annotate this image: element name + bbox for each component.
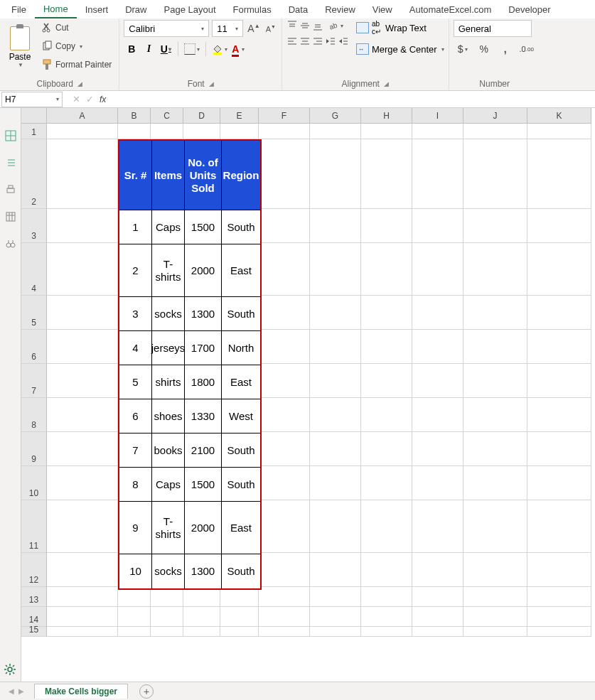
cell[interactable] [361,330,412,364]
cell[interactable] [47,466,118,500]
format-painter-button[interactable]: Format Painter [38,57,114,72]
table-header-cell[interactable]: Items [152,141,185,210]
cell[interactable] [463,432,527,466]
merge-center-button[interactable]: ↔Merge & Center▾ [356,41,444,57]
cell[interactable] [151,124,183,139]
cell[interactable] [47,330,118,364]
cell[interactable] [361,607,412,627]
table-cell[interactable]: South [222,434,260,468]
cell[interactable] [463,553,527,587]
cell[interactable] [412,364,463,398]
fill-color-button[interactable]: ▾ [210,41,229,57]
name-box[interactable]: H7▾ [1,92,63,107]
cell[interactable] [151,607,183,627]
cell[interactable] [463,364,527,398]
row-header[interactable]: 13 [21,587,47,607]
cell[interactable] [259,432,310,466]
row-header[interactable]: 9 [21,432,47,466]
cell[interactable] [361,124,412,139]
row-header[interactable]: 2 [21,139,47,209]
cell[interactable] [463,124,527,139]
cell[interactable] [151,587,183,607]
cell[interactable] [412,243,463,296]
cell[interactable] [361,466,412,500]
ribbon-tab-insert[interactable]: Insert [77,1,117,18]
cell[interactable] [47,364,118,398]
table-cell[interactable]: 8 [119,468,152,502]
cell[interactable] [47,553,118,587]
table-cell[interactable]: T-shirts [152,244,185,297]
cell[interactable] [47,139,118,209]
cell[interactable] [183,607,220,627]
table-cell[interactable]: 1500 [185,210,222,244]
table-cell[interactable]: West [222,399,260,434]
ribbon-tab-formulas[interactable]: Formulas [225,1,280,18]
table-cell[interactable]: East [222,502,260,554]
dialog-launcher-icon[interactable]: ◢ [209,80,214,87]
table-cell[interactable]: jerseys [152,331,185,365]
column-header[interactable]: F [259,108,310,124]
table-cell[interactable]: 6 [119,399,152,434]
cell[interactable] [220,607,259,627]
table-cell[interactable]: South [222,210,260,244]
row-header[interactable]: 12 [21,553,47,587]
table-cell[interactable]: books [152,434,185,468]
cell[interactable] [310,243,361,296]
cell[interactable] [259,139,310,209]
font-color-button[interactable]: A▾ [230,41,246,57]
cell[interactable] [412,296,463,330]
table-cell[interactable]: 3 [119,297,152,331]
cell[interactable] [47,587,118,607]
cell[interactable] [463,209,527,243]
cell[interactable] [47,398,118,432]
cell[interactable] [463,398,527,432]
table-cell[interactable]: 1700 [185,331,222,365]
cell[interactable] [47,243,118,296]
align-top-button[interactable] [286,20,298,31]
cell[interactable] [220,627,259,637]
cell[interactable] [463,627,527,637]
cell[interactable] [463,296,527,330]
add-sheet-button[interactable]: + [139,684,154,699]
cell[interactable] [463,466,527,500]
cell[interactable] [527,296,591,330]
cell[interactable] [259,627,310,637]
font-name-select[interactable]: Calibri▾ [124,20,209,37]
ribbon-tab-file[interactable]: File [3,1,35,18]
dialog-launcher-icon[interactable]: ◢ [77,80,82,87]
column-header[interactable]: A [47,108,118,124]
cell[interactable] [361,627,412,637]
row-header[interactable]: 7 [21,364,47,398]
cell[interactable] [527,330,591,364]
align-middle-button[interactable] [299,20,311,31]
row-header[interactable]: 4 [21,243,47,296]
table-cell[interactable]: 4 [119,331,152,365]
column-header[interactable]: J [463,108,527,124]
cell[interactable] [259,124,310,139]
cell[interactable] [463,587,527,607]
cell[interactable] [47,627,118,637]
cell[interactable] [412,139,463,209]
number-format-select[interactable]: General [454,20,532,37]
row-header[interactable]: 1 [21,124,47,139]
cell[interactable] [527,364,591,398]
table-cell[interactable]: T-shirts [152,502,185,554]
font-size-select[interactable]: 11▾ [212,20,243,37]
column-header[interactable]: B [118,108,151,124]
cell[interactable] [412,587,463,607]
ribbon-tab-view[interactable]: View [364,1,401,18]
ribbon-tab-pagelayout[interactable]: Page Layout [156,1,225,18]
ribbon-tab-draw[interactable]: Draw [117,1,155,18]
cell[interactable] [361,139,412,209]
row-header[interactable]: 6 [21,330,47,364]
table-icon[interactable] [4,210,17,223]
tab-nav-next[interactable]: ▶ [18,687,24,695]
decrease-indent-button[interactable] [325,36,336,47]
column-header[interactable]: G [310,108,361,124]
increase-font-button[interactable]: A▲ [246,23,261,34]
cell[interactable] [183,627,220,637]
cell[interactable] [412,124,463,139]
tab-nav-prev[interactable]: ◀ [9,687,14,695]
table-cell[interactable]: 2100 [185,434,222,468]
cell[interactable] [183,587,220,607]
